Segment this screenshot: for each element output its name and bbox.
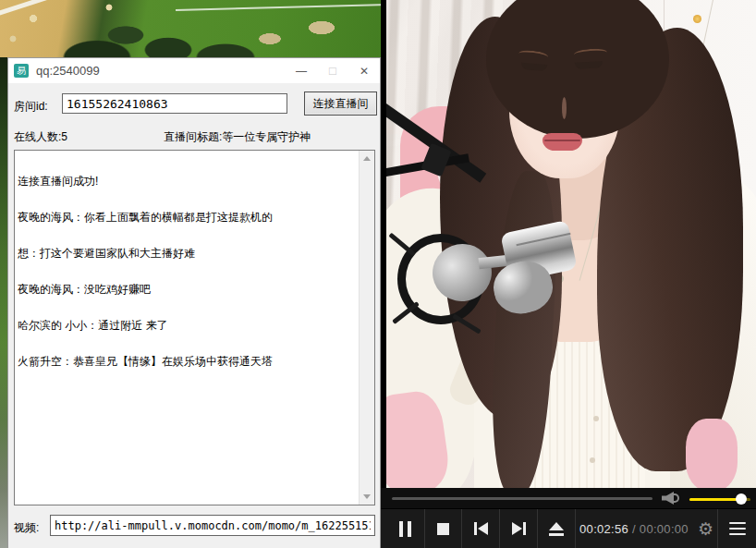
video-url-input[interactable] <box>50 515 375 536</box>
volume-fill <box>689 498 741 501</box>
scroll-down-icon[interactable] <box>363 494 371 499</box>
volume-knob[interactable] <box>736 493 747 505</box>
maximize-button[interactable]: □ <box>317 58 348 83</box>
video-url-label: 视频: <box>14 520 39 536</box>
time-cell: 00:02:56 / 00:00:00 ⚙ <box>576 509 717 548</box>
chat-line: 夜晚的海风：你看上面飘着的横幅都是打这提款机的 <box>18 212 356 224</box>
chat-line: 夜晚的海风：没吃鸡好赚吧 <box>18 284 356 296</box>
online-count-label: 在线人数:5 <box>14 129 67 145</box>
speaker-wave <box>674 493 679 503</box>
lips-line <box>544 140 580 141</box>
hamburger-icon <box>729 522 746 535</box>
next-button[interactable] <box>500 509 538 548</box>
room-id-input[interactable] <box>62 93 287 114</box>
chat-log-lines: 连接直播间成功! 夜晚的海风：你看上面飘着的横幅都是打这提款机的 想：打这个要避… <box>15 151 359 393</box>
current-time: 00:02:56 <box>579 522 628 536</box>
chat-line: 连接直播间成功! <box>18 176 356 188</box>
string-light <box>693 15 701 23</box>
eject-icon <box>549 522 564 536</box>
next-icon <box>512 522 526 535</box>
chat-line: 想：打这个要避国家队和大主播好难 <box>18 248 356 260</box>
playlist-menu-button[interactable] <box>717 509 756 548</box>
volume-icon[interactable] <box>662 492 680 505</box>
room-id-label: 房间id: <box>14 99 48 115</box>
chat-line: 火箭升空：恭喜皇兄【情缘】在娱乐场中获得通天塔 <box>18 356 356 368</box>
caption-buttons: — □ ✕ <box>286 58 380 83</box>
wallpaper-fence <box>176 4 388 11</box>
lips <box>543 133 582 151</box>
pause-button[interactable] <box>386 509 425 548</box>
video-display[interactable] <box>386 0 756 488</box>
previous-button[interactable] <box>462 509 500 548</box>
desktop-wallpaper-top <box>0 0 381 57</box>
stream-title-label: 直播间标题:等一位专属守护神 <box>164 129 311 145</box>
settings-gear-icon[interactable]: ⚙ <box>698 520 713 538</box>
chat-line: 哈尔滨的 小小：通过附近 来了 <box>18 320 356 332</box>
time-separator: / <box>632 522 636 536</box>
log-scrollbar[interactable] <box>359 151 374 505</box>
seek-volume-row <box>381 488 756 508</box>
window-title: qq:2540099 <box>36 64 100 78</box>
nose <box>562 97 567 119</box>
player-controls: 00:02:56 / 00:00:00 ⚙ <box>381 488 756 548</box>
chat-log-box[interactable]: 连接直播间成功! 夜晚的海风：你看上面飘着的横幅都是打这提款机的 想：打这个要避… <box>14 150 375 505</box>
stop-icon <box>437 523 449 535</box>
close-button[interactable]: ✕ <box>348 58 380 83</box>
wallpaper-barrier <box>0 0 58 17</box>
previous-icon <box>474 522 488 535</box>
speaker-body <box>662 492 674 505</box>
time-display: 00:02:56 / 00:00:00 <box>579 522 689 536</box>
cardigan-button <box>590 457 595 463</box>
connect-button[interactable]: 连接直播间 <box>304 91 377 116</box>
minimize-button[interactable]: — <box>286 58 317 83</box>
scroll-up-icon[interactable] <box>363 156 371 161</box>
screen: 易 qq:2540099 — □ ✕ 房间id: 连接直播间 在线人数:5 直播… <box>0 0 756 548</box>
app-window: 易 qq:2540099 — □ ✕ 房间id: 连接直播间 在线人数:5 直播… <box>7 57 381 548</box>
pause-icon <box>399 521 411 537</box>
eject-button[interactable] <box>538 509 576 548</box>
desktop-wallpaper-left <box>0 57 7 548</box>
video-player: 00:02:56 / 00:00:00 ⚙ <box>381 0 756 548</box>
title-bar[interactable]: 易 qq:2540099 — □ ✕ <box>8 58 380 83</box>
pink-fabric-right <box>686 419 738 488</box>
total-time: 00:00:00 <box>640 522 689 536</box>
transport-row: 00:02:56 / 00:00:00 ⚙ <box>381 508 756 548</box>
cardigan-button <box>593 416 599 421</box>
app-logo-icon: 易 <box>14 64 29 78</box>
seek-bar[interactable] <box>392 497 652 500</box>
stop-button[interactable] <box>425 509 462 548</box>
